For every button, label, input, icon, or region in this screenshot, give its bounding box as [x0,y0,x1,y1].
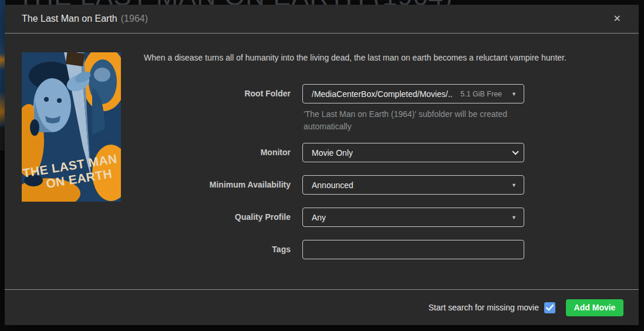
root-folder-label: Root Folder [5,84,291,103]
root-folder-select[interactable]: /MediaCenterBox/Completed/Movies/.. 5.1 … [302,84,524,103]
tags-label: Tags [5,240,291,259]
add-movie-modal: The Last Man on Earth (1964) ✕ [5,5,639,325]
root-folder-value: /MediaCenterBox/Completed/Movies/.. [312,89,452,99]
modal-title-year: (1964) [121,14,148,24]
quality-profile-value: Any [312,213,326,222]
add-movie-button[interactable]: Add Movie [566,299,623,316]
modal-footer: Start search for missing movie Add Movie [5,289,639,325]
modal-header: The Last Man on Earth (1964) ✕ [5,5,639,34]
monitor-value: Movie Only [312,148,353,158]
tags-input[interactable] [302,240,524,259]
monitor-select[interactable]: Movie Only [302,143,524,162]
root-folder-free-space: 5.1 GiB Free [460,90,502,98]
caret-down-icon: ▼ [511,182,517,188]
caret-down-icon: ▼ [511,215,517,220]
start-search-label: Start search for missing movie [429,303,539,312]
movie-overview: When a disease turns all of humanity int… [144,52,628,63]
start-search-checkbox[interactable] [544,302,555,313]
chevron-down-icon [512,148,518,155]
modal-title: The Last Man on Earth [22,14,117,24]
close-icon[interactable]: ✕ [611,12,623,26]
root-folder-helper-text: 'The Last Man on Earth (1964)' subfolder… [304,108,518,133]
caret-down-icon: ▼ [511,91,517,97]
minimum-availability-value: Announced [312,180,353,190]
minimum-availability-select[interactable]: Announced ▼ [302,175,524,195]
minimum-availability-label: Minimum Availability [5,175,291,195]
quality-profile-select[interactable]: Any ▼ [302,208,524,227]
monitor-label: Monitor [5,143,291,162]
check-icon [546,305,554,311]
quality-profile-label: Quality Profile [5,208,291,227]
